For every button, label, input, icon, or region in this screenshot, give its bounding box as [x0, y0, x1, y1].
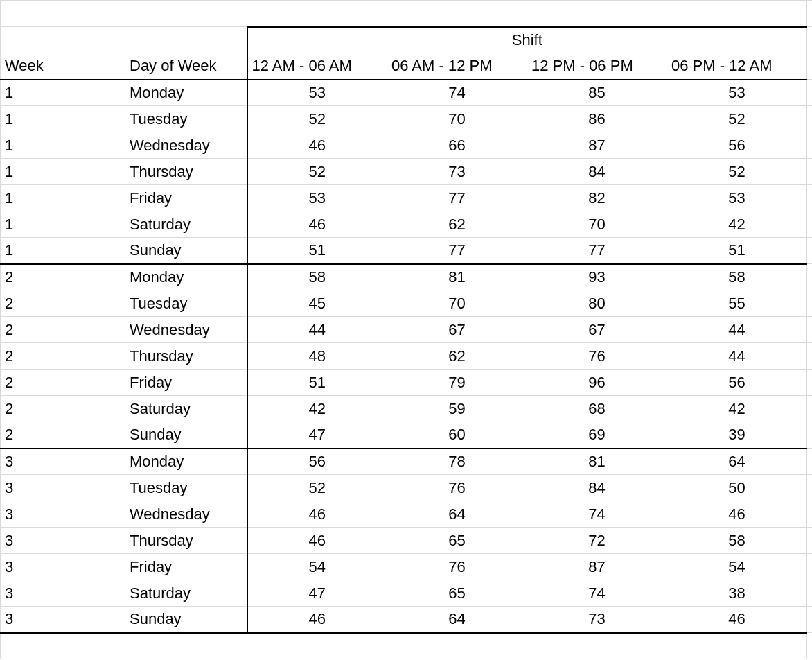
cell-shift1[interactable]: 44	[247, 317, 387, 343]
cell-shift1[interactable]: 52	[247, 159, 387, 185]
cell-day[interactable]: Sunday	[125, 422, 247, 449]
cell-shift4[interactable]: 42	[667, 211, 807, 238]
cell-shift1[interactable]: 54	[247, 554, 387, 580]
cell-shift3[interactable]: 81	[527, 449, 667, 475]
empty-cell[interactable]	[125, 633, 247, 659]
cell-shift4[interactable]: 46	[667, 607, 807, 633]
cell-day[interactable]: Friday	[125, 185, 247, 211]
cell-shift1[interactable]: 51	[247, 238, 387, 264]
empty-cell[interactable]	[807, 343, 813, 370]
cell-week[interactable]: 1	[1, 106, 125, 132]
cell-week[interactable]: 1	[1, 238, 125, 264]
empty-cell[interactable]	[807, 501, 813, 528]
cell-day[interactable]: Tuesday	[125, 106, 247, 132]
empty-cell[interactable]	[667, 633, 807, 659]
col-header-shift1[interactable]: 12 AM - 06 AM	[247, 53, 387, 80]
cell-week[interactable]: 2	[1, 370, 125, 396]
cell-week[interactable]: 1	[1, 132, 125, 159]
cell-shift4[interactable]: 42	[667, 396, 807, 422]
cell-shift4[interactable]: 44	[667, 317, 807, 343]
empty-cell[interactable]	[807, 396, 813, 422]
cell-shift2[interactable]: 70	[387, 106, 527, 132]
empty-cell[interactable]	[807, 159, 813, 185]
cell-shift4[interactable]: 52	[667, 159, 807, 185]
cell-shift3[interactable]: 87	[527, 132, 667, 159]
cell-shift3[interactable]: 85	[527, 80, 667, 106]
cell-week[interactable]: 1	[1, 211, 125, 238]
cell-day[interactable]: Saturday	[125, 396, 247, 422]
cell-shift1[interactable]: 47	[247, 422, 387, 449]
cell-week[interactable]: 3	[1, 607, 125, 633]
cell-day[interactable]: Thursday	[125, 159, 247, 185]
cell-shift3[interactable]: 76	[527, 343, 667, 370]
cell-shift2[interactable]: 59	[387, 396, 527, 422]
col-header-week[interactable]: Week	[1, 53, 125, 80]
empty-cell[interactable]	[807, 238, 813, 264]
cell-day[interactable]: Friday	[125, 370, 247, 396]
cell-week[interactable]: 3	[1, 501, 125, 528]
cell-shift1[interactable]: 45	[247, 290, 387, 317]
cell-shift4[interactable]: 51	[667, 238, 807, 264]
cell-shift3[interactable]: 96	[527, 370, 667, 396]
cell-shift1[interactable]: 52	[247, 475, 387, 501]
cell-week[interactable]: 3	[1, 475, 125, 501]
cell-shift2[interactable]: 64	[387, 607, 527, 633]
col-header-shift3[interactable]: 12 PM - 06 PM	[527, 53, 667, 80]
cell-week[interactable]: 1	[1, 185, 125, 211]
cell-shift4[interactable]: 38	[667, 580, 807, 607]
cell-shift2[interactable]: 76	[387, 554, 527, 580]
cell-shift2[interactable]: 70	[387, 290, 527, 317]
cell-shift4[interactable]: 39	[667, 422, 807, 449]
cell-shift2[interactable]: 77	[387, 238, 527, 264]
empty-cell[interactable]	[807, 633, 813, 659]
cell-day[interactable]: Wednesday	[125, 501, 247, 528]
cell-shift2[interactable]: 67	[387, 317, 527, 343]
cell-shift4[interactable]: 52	[667, 106, 807, 132]
cell-shift1[interactable]: 58	[247, 264, 387, 290]
empty-cell[interactable]	[807, 607, 813, 633]
empty-cell[interactable]	[247, 633, 387, 659]
cell-day[interactable]: Thursday	[125, 343, 247, 370]
cell-week[interactable]: 2	[1, 317, 125, 343]
cell-shift4[interactable]: 56	[667, 370, 807, 396]
cell-shift3[interactable]: 93	[527, 264, 667, 290]
cell-shift2[interactable]: 74	[387, 80, 527, 106]
cell-shift3[interactable]: 84	[527, 475, 667, 501]
cell-day[interactable]: Wednesday	[125, 317, 247, 343]
empty-cell[interactable]	[807, 554, 813, 580]
cell-shift2[interactable]: 65	[387, 528, 527, 554]
empty-cell[interactable]	[807, 27, 813, 53]
cell-week[interactable]: 1	[1, 159, 125, 185]
cell-week[interactable]: 2	[1, 290, 125, 317]
cell-day[interactable]: Tuesday	[125, 475, 247, 501]
cell-day[interactable]: Monday	[125, 80, 247, 106]
cell-shift2[interactable]: 65	[387, 580, 527, 607]
col-header-day[interactable]: Day of Week	[125, 53, 247, 80]
empty-cell[interactable]	[807, 185, 813, 211]
empty-cell[interactable]	[807, 449, 813, 475]
empty-cell[interactable]	[125, 1, 247, 27]
cell-shift3[interactable]: 77	[527, 238, 667, 264]
cell-shift2[interactable]: 62	[387, 211, 527, 238]
cell-shift1[interactable]: 53	[247, 185, 387, 211]
empty-cell[interactable]	[807, 317, 813, 343]
cell-shift3[interactable]: 73	[527, 607, 667, 633]
cell-week[interactable]: 2	[1, 422, 125, 449]
cell-week[interactable]: 1	[1, 80, 125, 106]
cell-shift1[interactable]: 53	[247, 80, 387, 106]
empty-cell[interactable]	[807, 1, 813, 27]
cell-week[interactable]: 2	[1, 396, 125, 422]
cell-shift3[interactable]: 74	[527, 580, 667, 607]
empty-cell[interactable]	[807, 290, 813, 317]
cell-shift4[interactable]: 56	[667, 132, 807, 159]
cell-shift2[interactable]: 77	[387, 185, 527, 211]
cell-day[interactable]: Monday	[125, 449, 247, 475]
empty-cell[interactable]	[125, 27, 247, 53]
empty-cell[interactable]	[807, 528, 813, 554]
cell-shift1[interactable]: 56	[247, 449, 387, 475]
cell-shift4[interactable]: 55	[667, 290, 807, 317]
cell-day[interactable]: Monday	[125, 264, 247, 290]
empty-cell[interactable]	[807, 80, 813, 106]
empty-cell[interactable]	[1, 633, 125, 659]
empty-cell[interactable]	[807, 370, 813, 396]
